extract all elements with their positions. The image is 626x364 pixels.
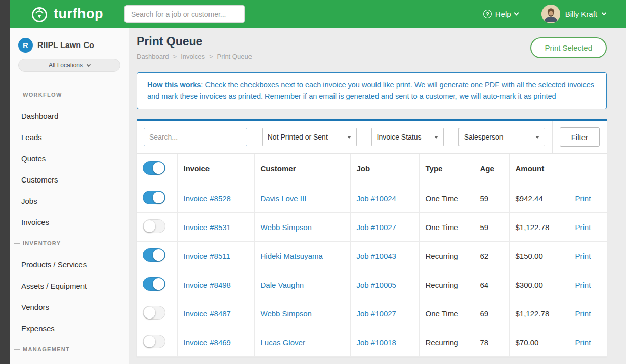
sidebar-nav: WORKFLOW Dashboard Leads Quotes Customer… bbox=[10, 84, 129, 364]
salesperson-select[interactable]: Salesperson bbox=[458, 128, 545, 146]
table-row: Invoice #8487 Webb Simpson Job #10027 On… bbox=[137, 299, 607, 328]
left-edge-strip bbox=[0, 0, 10, 364]
row-select-toggle[interactable] bbox=[143, 191, 165, 204]
invoice-link[interactable]: Invoice #8531 bbox=[184, 223, 231, 232]
job-link[interactable]: Job #10018 bbox=[357, 338, 396, 347]
location-selector[interactable]: All Locations bbox=[18, 59, 120, 72]
sidebar-item-products-services[interactable]: Products / Services bbox=[10, 254, 129, 275]
select-all-toggle[interactable] bbox=[143, 161, 165, 175]
invoice-link[interactable]: Invoice #8498 bbox=[184, 281, 231, 289]
column-header-invoice: Invoice bbox=[177, 154, 254, 184]
sidebar-item-dashboard[interactable]: Dashboard bbox=[10, 105, 129, 126]
row-select-toggle[interactable] bbox=[143, 219, 165, 233]
invoice-amount: $150.00 bbox=[509, 242, 569, 270]
column-header-customer: Customer bbox=[254, 154, 350, 184]
chevron-down-icon bbox=[347, 136, 351, 139]
invoice-amount: $300.00 bbox=[509, 270, 569, 299]
print-link[interactable]: Print bbox=[575, 309, 591, 318]
info-banner-lead: How this works bbox=[147, 81, 201, 89]
customer-link[interactable]: Webb Simpson bbox=[261, 223, 312, 232]
location-selector-label: All Locations bbox=[49, 62, 83, 69]
printed-status-select[interactable]: Not Printed or Sent bbox=[262, 128, 357, 146]
row-select-toggle[interactable] bbox=[143, 277, 165, 291]
invoice-status-select-value: Invoice Status bbox=[377, 133, 422, 141]
invoice-type: Recurring bbox=[419, 242, 474, 270]
filter-search-cell bbox=[137, 121, 255, 153]
print-link[interactable]: Print bbox=[575, 252, 591, 260]
filter-bar: Not Printed or Sent Invoice Status Sales… bbox=[137, 121, 607, 154]
invoice-amount: $942.44 bbox=[509, 184, 569, 213]
table-search-input[interactable] bbox=[144, 128, 247, 146]
top-navbar: turfhop ? Help Billy Kraft bbox=[10, 0, 626, 28]
invoice-amount: $1,122.78 bbox=[509, 299, 569, 328]
sidebar-item-assets-equipment[interactable]: Assets / Equipment bbox=[10, 275, 129, 296]
invoice-age: 78 bbox=[474, 328, 509, 357]
invoice-link[interactable]: Invoice #8528 bbox=[184, 194, 231, 203]
print-link[interactable]: Print bbox=[575, 223, 591, 232]
invoice-type: One Time bbox=[419, 213, 474, 242]
sidebar-item-quotes[interactable]: Quotes bbox=[10, 148, 129, 169]
invoice-link[interactable]: Invoice #8511 bbox=[184, 252, 230, 260]
print-link[interactable]: Print bbox=[575, 194, 591, 203]
invoice-table: Invoice Customer Job Type Age Amount Inv… bbox=[137, 154, 607, 357]
company-header[interactable]: R RIIPL Lawn Co bbox=[10, 28, 129, 53]
row-select-toggle[interactable] bbox=[143, 248, 165, 262]
sidebar-item-vendors[interactable]: Vendors bbox=[10, 296, 129, 317]
print-queue-panel: Not Printed or Sent Invoice Status Sales… bbox=[137, 119, 607, 357]
job-link[interactable]: Job #10043 bbox=[357, 252, 396, 260]
row-select-toggle[interactable] bbox=[143, 306, 165, 320]
invoice-type: Recurring bbox=[419, 328, 474, 357]
column-header-amount: Amount bbox=[509, 154, 569, 184]
sidebar-item-expenses[interactable]: Expenses bbox=[10, 317, 129, 339]
avatar bbox=[541, 5, 560, 23]
sidebar-item-jobs[interactable]: Jobs bbox=[10, 190, 129, 211]
column-header-print bbox=[569, 154, 607, 184]
help-icon: ? bbox=[483, 10, 492, 18]
print-link[interactable]: Print bbox=[575, 281, 591, 289]
breadcrumb-separator: > bbox=[209, 53, 213, 60]
sidebar-item-invoices[interactable]: Invoices bbox=[10, 211, 129, 233]
topbar-right: ? Help Billy Kraft bbox=[483, 5, 606, 23]
invoice-amount: $1,122.78 bbox=[509, 213, 569, 242]
customer-link[interactable]: Hideki Matsuyama bbox=[261, 252, 323, 260]
print-link[interactable]: Print bbox=[575, 338, 591, 347]
column-header-type: Type bbox=[419, 154, 474, 184]
table-header-row: Invoice Customer Job Type Age Amount bbox=[137, 154, 607, 184]
nav-section-reports: REPORTS bbox=[10, 360, 129, 364]
customer-link[interactable]: Webb Simpson bbox=[261, 309, 312, 318]
print-selected-button[interactable]: Print Selected bbox=[530, 37, 607, 58]
filter-button[interactable]: Filter bbox=[560, 127, 600, 147]
breadcrumb-dashboard[interactable]: Dashboard bbox=[137, 53, 169, 60]
app-logo[interactable]: turfhop bbox=[30, 5, 103, 23]
customer-link[interactable]: Dale Vaughn bbox=[261, 281, 304, 289]
page-header: Print Queue Dashboard > Invoices > Print… bbox=[129, 28, 626, 60]
info-banner: How this works: Check the checkboxes nex… bbox=[137, 72, 607, 109]
global-search bbox=[124, 5, 245, 23]
global-search-input[interactable] bbox=[124, 5, 245, 23]
invoice-amount: $70.00 bbox=[509, 328, 569, 357]
row-select-toggle[interactable] bbox=[143, 335, 165, 348]
table-row: Invoice #8528 Davis Love III Job #10024 … bbox=[137, 184, 607, 213]
invoice-link[interactable]: Invoice #8469 bbox=[184, 338, 231, 347]
invoice-status-select[interactable]: Invoice Status bbox=[371, 128, 444, 146]
table-row: Invoice #8511 Hideki Matsuyama Job #1004… bbox=[137, 242, 607, 270]
user-menu[interactable]: Billy Kraft bbox=[541, 5, 606, 23]
breadcrumb-invoices[interactable]: Invoices bbox=[181, 53, 205, 60]
column-header-job: Job bbox=[350, 154, 419, 184]
filter-button-cell: Filter bbox=[553, 121, 607, 153]
job-link[interactable]: Job #10027 bbox=[357, 309, 396, 318]
help-menu[interactable]: ? Help bbox=[483, 10, 518, 18]
nav-section-management: MANAGEMENT bbox=[10, 339, 129, 360]
table-row: Invoice #8469 Lucas Glover Job #10018 Re… bbox=[137, 328, 607, 357]
job-link[interactable]: Job #10005 bbox=[357, 281, 396, 289]
invoice-age: 69 bbox=[474, 299, 509, 328]
customer-link[interactable]: Lucas Glover bbox=[261, 338, 305, 347]
turfhop-logo-icon bbox=[30, 5, 49, 23]
customer-link[interactable]: Davis Love III bbox=[261, 194, 307, 203]
breadcrumb-print-queue: Print Queue bbox=[217, 53, 252, 60]
job-link[interactable]: Job #10027 bbox=[357, 223, 396, 232]
job-link[interactable]: Job #10024 bbox=[357, 194, 396, 203]
sidebar-item-customers[interactable]: Customers bbox=[10, 169, 129, 190]
invoice-link[interactable]: Invoice #8487 bbox=[184, 309, 231, 318]
sidebar-item-leads[interactable]: Leads bbox=[10, 126, 129, 148]
